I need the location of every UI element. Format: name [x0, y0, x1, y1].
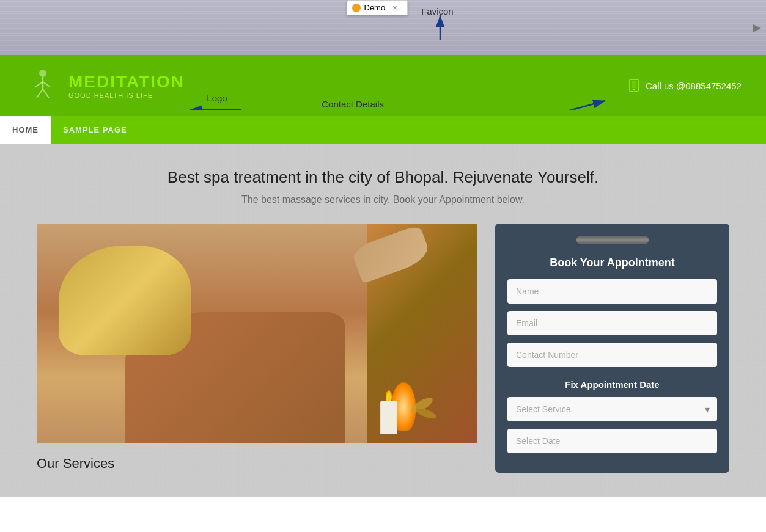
appointment-form: Book Your Appointment Fix Appointment Da… [495, 224, 729, 473]
name-input[interactable] [507, 279, 717, 304]
tab-close-button[interactable]: × [392, 3, 397, 12]
svg-point-12 [633, 89, 635, 90]
service-select-wrapper: Select Service Massage Spa Facial Body W… [507, 397, 717, 421]
spa-image-container: Our Services [37, 224, 477, 472]
contact-text: Call us @08854752452 [646, 81, 742, 91]
nav-item-sample-page[interactable]: SAMPLE PAGE [51, 116, 139, 144]
tab-favicon-icon [352, 4, 361, 12]
form-handle [576, 236, 649, 244]
contact-info: Call us @08854752452 [627, 79, 742, 92]
logo-main-text: MEDITATION [68, 72, 185, 92]
svg-line-7 [43, 82, 50, 87]
contact-input[interactable] [507, 343, 717, 367]
svg-line-6 [35, 82, 43, 87]
logo-annotation: Logo [207, 93, 227, 103]
contact-details-annotation: Contact Details [322, 99, 384, 109]
email-input[interactable] [507, 311, 717, 335]
fix-date-label: Fix Appointment Date [507, 379, 717, 390]
logo-sub-text: GOOD HEALTH IS LIFE [68, 92, 185, 99]
hero-title: Best spa treatment in the city of Bhopal… [37, 168, 729, 187]
hero-subtitle: The best massage services in city. Book … [37, 194, 729, 205]
favicon-annotation: Favicon [421, 6, 454, 16]
logo-text-block: MEDITATION GOOD HEALTH IS LIFE [68, 72, 185, 99]
nav-item-home[interactable]: HOME [0, 116, 51, 144]
form-title: Book Your Appointment [507, 257, 717, 269]
service-select[interactable]: Select Service Massage Spa Facial Body W… [507, 397, 717, 421]
phone-icon [627, 79, 641, 92]
main-content: Best spa treatment in the city of Bhopal… [0, 144, 766, 497]
svg-rect-11 [632, 81, 636, 88]
navigation: HOME SAMPLE PAGE [0, 116, 766, 144]
spa-image [37, 224, 477, 443]
svg-line-8 [37, 89, 43, 98]
tab-label: Demo [364, 3, 386, 12]
logo-area: MEDITATION GOOD HEALTH IS LIFE [24, 67, 185, 104]
our-services-label: Our Services [37, 456, 477, 472]
svg-point-4 [39, 70, 46, 77]
date-input[interactable] [507, 429, 717, 453]
content-row: Our Services Book Your Appointment Fix A… [37, 224, 729, 473]
scrollbar-indicator: ▶ [753, 21, 761, 34]
svg-line-9 [43, 89, 49, 98]
logo-icon [24, 67, 61, 104]
